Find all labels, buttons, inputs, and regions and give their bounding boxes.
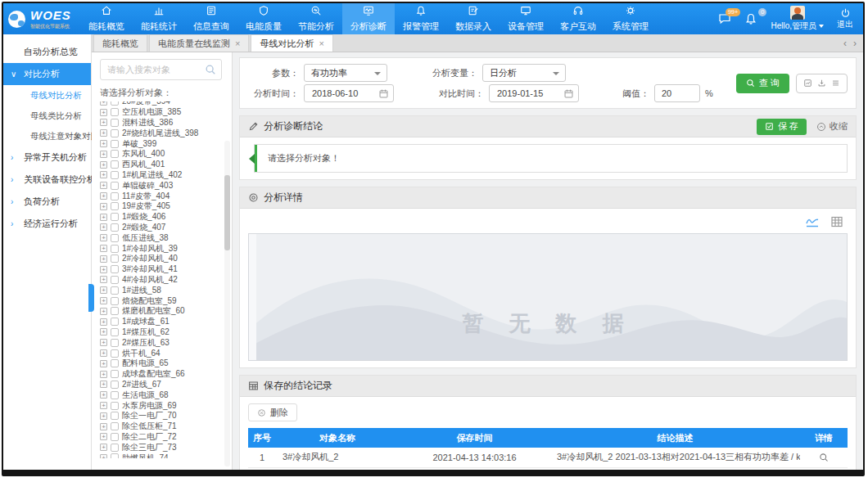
expand-icon[interactable]: + [100, 245, 107, 252]
expand-icon[interactable]: + [100, 371, 107, 378]
expand-icon[interactable]: + [100, 286, 107, 294]
checkbox[interactable] [111, 297, 119, 305]
checkbox[interactable] [111, 245, 119, 253]
tree-item[interactable]: + 东风机_400 [100, 149, 222, 160]
sidebar-item-auto-analysis-overview[interactable]: 自动分析总览 [3, 41, 91, 63]
checkbox[interactable] [111, 339, 119, 347]
checkbox[interactable] [111, 402, 119, 410]
param-select[interactable]: 有功功率 [304, 64, 387, 82]
tree-item[interactable]: + 水泵房电源_69 [100, 400, 222, 411]
tree-item[interactable]: + 除尘三电厂_73 [100, 442, 222, 453]
checkbox[interactable] [111, 234, 119, 242]
expand-icon[interactable]: + [100, 151, 107, 158]
nav-item-info-query[interactable]: 信息查询 [185, 3, 237, 34]
tab-scroll-left-icon[interactable]: ‹ [843, 38, 847, 49]
expand-icon[interactable]: + [100, 214, 107, 221]
tree-item[interactable]: + 2#进线_67 [100, 380, 222, 390]
tree-item[interactable]: + 烘干机_64 [100, 348, 222, 358]
sidebar-subitem-bus-attention-objects[interactable]: 母线注意对象对比 [3, 126, 91, 146]
tree-item[interactable]: + 1#冷却风机_39 [100, 243, 222, 254]
checkbox[interactable] [111, 370, 119, 378]
checkbox[interactable] [111, 101, 119, 106]
tree-item[interactable]: + 2#煤压机_63 [100, 337, 222, 348]
tree-item[interactable]: + 1#煤压机_62 [100, 327, 222, 338]
expand-icon[interactable]: + [100, 349, 107, 357]
tree-item[interactable]: + 焙烧配电室_59 [100, 295, 222, 306]
expand-icon[interactable]: + [100, 339, 107, 346]
tree-item[interactable]: + 西风机_401 [100, 160, 222, 170]
expand-icon[interactable]: + [100, 381, 107, 388]
expand-icon[interactable]: + [100, 101, 107, 106]
expand-icon[interactable]: + [100, 412, 107, 420]
tree-item[interactable]: + 煤磨机配电室_60 [100, 306, 222, 317]
checkbox[interactable] [111, 381, 119, 389]
sidebar-item-comparison-analysis[interactable]: ∨ 对比分析 [3, 63, 91, 85]
expand-icon[interactable]: + [100, 161, 107, 169]
tree-item[interactable]: + 11#皮带_404 [100, 191, 222, 201]
checkbox[interactable] [111, 182, 119, 190]
tree-item[interactable]: + 2#煅烧_407 [100, 223, 222, 233]
checkbox[interactable] [111, 453, 119, 458]
expand-icon[interactable]: + [100, 308, 107, 315]
sidebar-item-economic-operation[interactable]: › 经济运行分析 [3, 213, 91, 235]
expand-icon[interactable]: + [100, 255, 107, 263]
expand-icon[interactable]: + [100, 203, 107, 210]
checkbox[interactable] [111, 318, 119, 326]
close-icon[interactable]: × [235, 39, 240, 48]
tree-item[interactable]: + 1#煅烧_406 [100, 212, 222, 223]
expand-icon[interactable]: + [100, 328, 107, 336]
nav-item-energy-saving-analysis[interactable]: 节能分析 [290, 3, 342, 34]
checkbox[interactable] [111, 255, 119, 263]
expand-icon[interactable]: + [100, 182, 107, 189]
expand-icon[interactable]: + [100, 223, 107, 231]
tree-scrollbar[interactable] [224, 141, 230, 466]
tree-item[interactable]: + 成球盘配电室_66 [100, 369, 222, 380]
expand-icon[interactable]: + [100, 129, 107, 137]
tree-item[interactable]: + 生活电源_68 [100, 390, 222, 400]
checkbox[interactable] [111, 150, 119, 158]
nav-item-customer-interaction[interactable]: 客户互动 [552, 3, 604, 34]
collapse-button[interactable]: 收缩 [816, 120, 848, 133]
checkbox[interactable] [111, 412, 119, 420]
tree-item[interactable]: + 除尘二电厂_72 [100, 432, 222, 443]
tree-item[interactable]: + 1#成球盘_61 [100, 317, 222, 327]
nav-item-energy-statistics[interactable]: 能耗统计 [133, 3, 185, 34]
sidebar-subitem-bus-analogy[interactable]: 母线类比分析 [3, 106, 91, 126]
checkbox[interactable] [111, 202, 119, 210]
tree-item[interactable]: + 1#进线_58 [100, 285, 222, 295]
sidebar-item-abnormal-switching[interactable]: › 异常开关机分析 [3, 146, 91, 169]
tree-item[interactable]: + 19#皮带_405 [100, 201, 222, 212]
tree-item[interactable]: + 单辊破碎_403 [100, 180, 222, 191]
expand-icon[interactable]: + [100, 266, 107, 273]
search-icon[interactable] [205, 64, 216, 75]
variable-select[interactable]: 日分析 [482, 64, 566, 82]
expand-icon[interactable]: + [100, 297, 107, 304]
nav-item-power-quality[interactable]: 电能质量 [237, 3, 290, 34]
nav-item-data-entry[interactable]: 数据录入 [447, 3, 500, 34]
checkbox[interactable] [111, 359, 119, 367]
checkbox[interactable] [111, 276, 119, 284]
checkbox[interactable] [111, 349, 119, 358]
view-options-button[interactable] [796, 74, 848, 93]
messages-button[interactable]: 99+ [718, 12, 731, 25]
tree-item[interactable]: + 1#机尾进线_402 [100, 170, 222, 181]
expand-icon[interactable]: + [100, 171, 107, 178]
tree-item[interactable]: + 2#冷却风机_40 [100, 254, 222, 264]
tree-item[interactable]: + 混料进线_386 [100, 118, 222, 128]
sidebar-collapse-handle[interactable] [88, 284, 94, 312]
tree-item[interactable]: + 单破_399 [100, 138, 222, 149]
query-button[interactable]: 查 询 [736, 74, 789, 93]
nav-item-analysis-diagnosis[interactable]: 分析诊断 [342, 3, 395, 34]
user-menu[interactable]: Hello,管理员 [771, 6, 824, 32]
expand-icon[interactable]: + [100, 444, 107, 451]
expand-icon[interactable]: + [100, 391, 107, 399]
tree-item[interactable]: + 助燃风机_74 [100, 453, 222, 458]
checkbox[interactable] [111, 444, 119, 452]
checkbox[interactable] [111, 265, 119, 273]
sidebar-item-linked-devices[interactable]: › 关联设备联控分析 [3, 169, 91, 191]
checkbox[interactable] [111, 433, 119, 441]
tab-scroll-right-icon[interactable]: › [853, 38, 857, 49]
notifications-button[interactable]: 0 [744, 12, 757, 25]
tree-item[interactable]: + 除尘低压柜_71 [100, 421, 222, 432]
expand-icon[interactable]: + [100, 454, 107, 458]
